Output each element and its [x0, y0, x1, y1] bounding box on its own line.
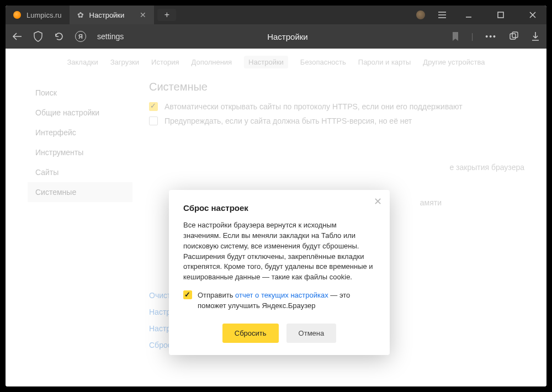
tab-label: Lumpics.ru [26, 11, 62, 19]
modal-title: Сброс настроек [183, 203, 375, 213]
content-area: Закладки Загрузки История Дополнения Нас… [6, 49, 546, 386]
report-link[interactable]: отчет о текущих настройках [235, 291, 328, 299]
address-bar: Я settings Настройки | ••• [6, 24, 546, 49]
cancel-button[interactable]: Отмена [286, 324, 337, 343]
maximize-button[interactable] [491, 6, 510, 24]
modal-body-text: Все настройки браузера вернутся к исходн… [183, 220, 375, 283]
modal-close-button[interactable]: ✕ [374, 195, 382, 208]
tab-label: Настройки [89, 11, 125, 19]
extension-icon[interactable] [416, 10, 425, 19]
download-icon[interactable] [531, 31, 540, 41]
send-report-checkbox-row[interactable]: Отправить отчет о текущих настройках — э… [183, 290, 375, 311]
checkbox-label: Отправить отчет о текущих настройках — э… [198, 290, 375, 311]
svg-rect-0 [498, 12, 503, 18]
url-text[interactable]: settings [97, 32, 124, 41]
yandex-icon[interactable]: Я [75, 31, 86, 42]
bookmark-icon[interactable] [452, 31, 459, 41]
browser-window: Lumpics.ru ✿ Настройки ✕ + [6, 6, 546, 386]
more-icon[interactable]: ••• [485, 32, 497, 41]
titlebar: Lumpics.ru ✿ Настройки ✕ + [6, 6, 546, 24]
checkbox-icon[interactable] [183, 290, 192, 299]
menu-icon[interactable] [438, 12, 446, 18]
extensions-icon[interactable] [509, 31, 519, 41]
close-window-button[interactable] [523, 6, 542, 24]
gear-icon: ✿ [77, 10, 84, 19]
separator: | [471, 32, 474, 41]
new-tab-button[interactable]: + [157, 9, 176, 21]
reset-button[interactable]: Сбросить [222, 324, 279, 343]
minimize-button[interactable] [459, 6, 478, 24]
svg-rect-1 [510, 34, 516, 39]
close-tab-icon[interactable]: ✕ [140, 10, 146, 19]
svg-rect-2 [512, 32, 518, 38]
reload-icon[interactable] [54, 31, 64, 41]
favicon-lumpics-icon [13, 11, 21, 19]
tab-settings[interactable]: ✿ Настройки ✕ [70, 6, 155, 24]
back-icon[interactable] [12, 33, 22, 40]
reset-settings-modal: ✕ Сброс настроек Все настройки браузера … [169, 190, 390, 355]
tab-lumpics[interactable]: Lumpics.ru [6, 6, 70, 24]
protect-icon[interactable] [33, 31, 43, 42]
page-title: Настройки [135, 32, 440, 41]
